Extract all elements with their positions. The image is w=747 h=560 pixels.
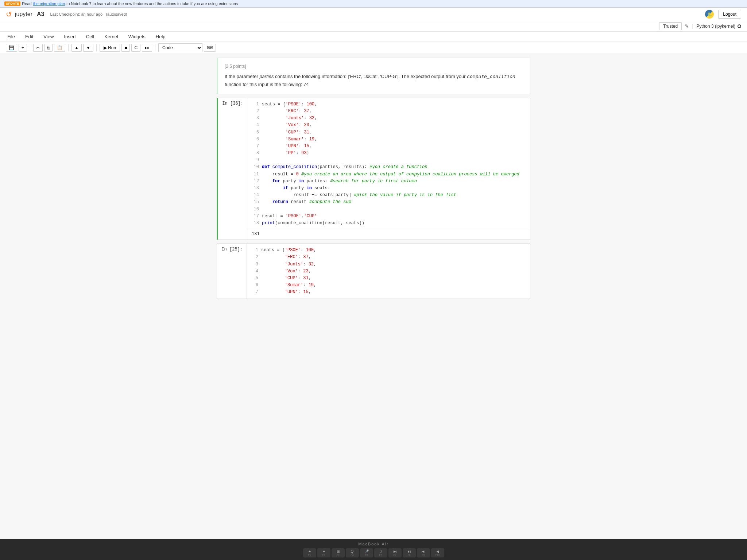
separator: |	[692, 23, 693, 30]
code-line: 3 'Junts': 32,	[252, 115, 526, 122]
update-text: Read	[22, 1, 31, 6]
markdown-cell-1: [2.5 points] If the parameter parties co…	[209, 58, 538, 94]
macbook-label: MacBook Air	[358, 542, 389, 546]
code-line: 14 result += seats[party] #pick the valu…	[252, 192, 526, 199]
code-line: 15 return result #conpute the sum	[252, 199, 526, 206]
header-right: 🐍 Logout	[705, 10, 741, 19]
fast-forward-button[interactable]: ⏭	[142, 44, 152, 52]
markdown-paragraph: If the parameter parties contains the fo…	[225, 73, 523, 89]
kernel-row: Trusted ✎ | Python 3 (ipykernel)	[0, 21, 747, 32]
func-name: compute_coalition	[467, 74, 515, 79]
stop-button[interactable]: ■	[121, 44, 130, 52]
toolbar-sep-1	[30, 44, 30, 51]
param-parties: parties	[259, 74, 274, 79]
jupyter-logo-area: ↺ jupyter A3 Last Checkpoint: an hour ag…	[6, 10, 127, 19]
code-line: 6 'Sumar': 19,	[251, 282, 526, 289]
jupyter-icon: ↺	[6, 10, 12, 19]
update-badge: UPDATE	[4, 1, 20, 6]
cell-body-25: 1seats = {'PSOE': 100, 2 'ERC': 37, 3 'J…	[246, 244, 530, 299]
menu-view[interactable]: View	[42, 33, 55, 40]
code-line: 1seats = {'PSOE': 100,	[251, 247, 526, 254]
key-f8[interactable]: ⏯F8	[403, 548, 416, 557]
code-line: 17result = 'PSOE','CUP'	[252, 213, 526, 220]
code-line: 6 'Sumar': 19,	[252, 136, 526, 143]
migration-link[interactable]: the migration plan	[33, 1, 65, 6]
key-f10[interactable]: ◀F10	[431, 548, 444, 557]
key-f3[interactable]: ⊞F3	[332, 548, 345, 557]
cut-button[interactable]: ✂	[33, 44, 43, 52]
markdown-header: [2.5 points]	[225, 63, 523, 70]
logout-button[interactable]: Logout	[718, 10, 741, 19]
code-line: 4 'Vox': 23,	[252, 122, 526, 129]
code-line: 10def compute_coalition(parties, results…	[252, 164, 526, 171]
laptop-screen: UPDATE Read the migration plan to Notebo…	[0, 0, 747, 539]
cell-wrapper-25[interactable]: In [25]: 1seats = {'PSOE': 100, 2 'ERC':…	[217, 244, 530, 299]
cell-label-36: In [36]:	[218, 98, 247, 240]
key-f5[interactable]: 🎤F5	[360, 548, 373, 557]
update-banner: UPDATE Read the migration plan to Notebo…	[0, 0, 747, 8]
code-cell-25: In [25]: 1seats = {'PSOE': 100, 2 'ERC':…	[209, 244, 538, 299]
code-area-25[interactable]: 1seats = {'PSOE': 100, 2 'ERC': 37, 3 'J…	[247, 244, 530, 299]
run-button[interactable]: ▶ Run	[100, 44, 120, 52]
add-cell-button[interactable]: +	[19, 44, 27, 52]
code-line: 3 'Junts': 32,	[251, 261, 526, 268]
paste-button[interactable]: 📋	[54, 44, 65, 52]
code-line: 16	[252, 206, 526, 213]
jupyter-app-name: jupyter	[15, 11, 32, 18]
menu-file[interactable]: File	[6, 33, 16, 40]
menu-edit[interactable]: Edit	[24, 33, 35, 40]
code-cell-36: In [36]: 1seats = {'PSOE': 100, 2 'ERC':…	[209, 98, 538, 240]
toolbar: 💾 + ✂ ⎘ 📋 ▲ ▼ ▶ Run ■ C ⏭ Code Markdown …	[0, 42, 747, 54]
kernel-dot	[738, 24, 741, 28]
code-line: 13 if party in seats:	[252, 185, 526, 192]
keyboard-row-fn: ✦F1 ✦F2 ⊞F3 QF4 🎤F5 ☽F6 ⏮F7 ⏯F8 ⏭F9 ◀F10	[303, 548, 444, 557]
menu-bar: File Edit View Insert Cell Kernel Widget…	[0, 32, 747, 42]
cell-body-36: 1seats = {'PSOE': 100, 2 'ERC': 37, 3 'J…	[247, 98, 530, 240]
checkpoint-info: Last Checkpoint: an hour ago (autosaved)	[50, 12, 127, 16]
code-area-36[interactable]: 1seats = {'PSOE': 100, 2 'ERC': 37, 3 'J…	[247, 98, 530, 230]
code-line: 9	[252, 157, 526, 164]
key-f1[interactable]: ✦F1	[303, 548, 316, 557]
key-f2[interactable]: ✦F2	[317, 548, 330, 557]
toolbar-sep-3	[96, 44, 97, 51]
code-line: 7 'UPN': 15,	[252, 143, 526, 150]
menu-help[interactable]: Help	[154, 33, 167, 40]
save-button[interactable]: 💾	[6, 44, 17, 52]
code-line: 7 'UPN': 15,	[251, 289, 526, 296]
copy-button[interactable]: ⎘	[44, 44, 53, 52]
key-f7[interactable]: ⏮F7	[388, 548, 402, 557]
key-f4[interactable]: QF4	[346, 548, 359, 557]
notebook-name[interactable]: A3	[37, 11, 44, 18]
menu-cell[interactable]: Cell	[85, 33, 96, 40]
trusted-button[interactable]: Trusted	[659, 22, 682, 30]
toolbar-sep-4	[155, 44, 155, 51]
move-down-button[interactable]: ▼	[83, 44, 93, 52]
cell-wrapper-36[interactable]: In [36]: 1seats = {'PSOE': 100, 2 'ERC':…	[217, 98, 530, 240]
menu-widgets[interactable]: Widgets	[127, 33, 147, 40]
update-text-2: to Notebook 7 to learn about the new fea…	[66, 1, 238, 6]
cell-output-36: 131	[247, 230, 530, 240]
markdown-content-1: [2.5 points] If the parameter parties co…	[217, 58, 530, 94]
edit-icon[interactable]: ✎	[685, 23, 689, 29]
code-line: 5 'CUP': 31,	[251, 275, 526, 282]
toolbar-sep-2	[68, 44, 69, 51]
keyboard-shortcut-button[interactable]: ⌨	[204, 44, 216, 52]
code-line: 8 'PP': 93}	[252, 150, 526, 157]
laptop-bottom: MacBook Air ✦F1 ✦F2 ⊞F3 QF4 🎤F5 ☽F6 ⏮F7 …	[0, 539, 747, 560]
menu-kernel[interactable]: Kernel	[103, 33, 120, 40]
cell-label-25: In [25]:	[217, 244, 246, 299]
python-logo: 🐍	[705, 10, 714, 19]
kernel-info: Python 3 (ipykernel)	[696, 24, 741, 29]
code-line: 12 for party in parties: #search for par…	[252, 178, 526, 185]
key-f9[interactable]: ⏭F9	[417, 548, 430, 557]
restart-button[interactable]: C	[131, 44, 140, 52]
code-line: 4 'Vox': 23,	[251, 268, 526, 275]
code-line: 18print(compute_coalition(result, seats)…	[252, 220, 526, 227]
notebook-area: [2.5 points] If the parameter parties co…	[0, 54, 747, 539]
menu-insert[interactable]: Insert	[62, 33, 77, 40]
move-up-button[interactable]: ▲	[71, 44, 82, 52]
code-line: 11 result = 0 #you create an area where …	[252, 171, 526, 178]
key-f6[interactable]: ☽F6	[374, 548, 387, 557]
cell-type-select[interactable]: Code Markdown Raw NBConvert	[158, 43, 202, 52]
code-line: 5 'CUP': 31,	[252, 129, 526, 136]
